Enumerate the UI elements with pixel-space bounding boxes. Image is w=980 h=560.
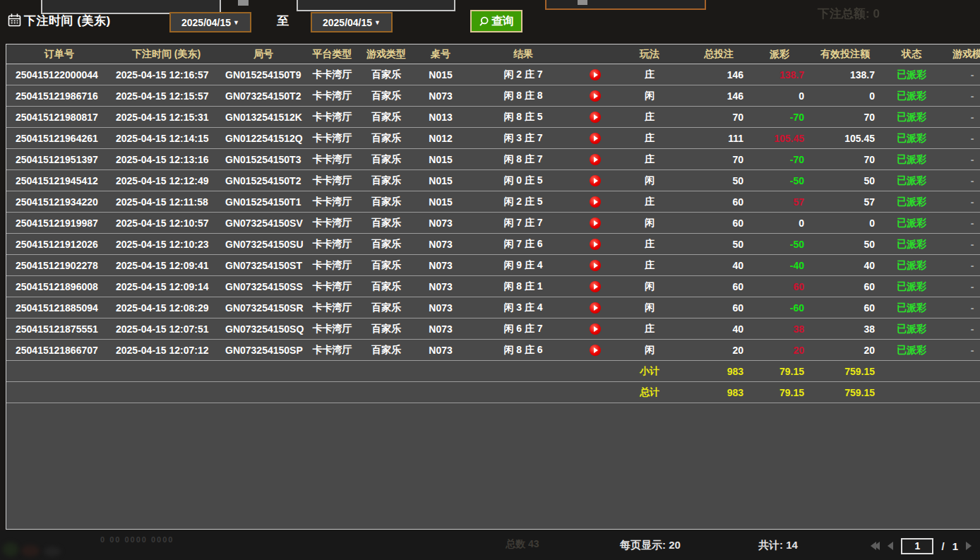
cell-total-bet: 983	[688, 361, 749, 382]
cell-status: 已派彩	[880, 276, 943, 297]
cell-mode: -	[943, 191, 980, 213]
bet-time-label: 下注时间 (美东)	[24, 13, 111, 29]
cell-play: 闲	[611, 340, 688, 361]
cell-platform	[306, 382, 358, 403]
cell-valid-bet: 759.15	[810, 382, 880, 403]
page-separator: /	[941, 540, 944, 552]
cell-round: GN0132541512K	[220, 107, 306, 128]
replay-icon[interactable]	[590, 154, 601, 165]
play-triangle	[594, 284, 598, 290]
replay-icon[interactable]	[590, 218, 601, 229]
cell-total-bet: 111	[688, 128, 749, 149]
prev-page-button[interactable]	[888, 542, 893, 550]
cell-payout: 57	[749, 191, 810, 213]
cell-time: 2025-04-15 12:08:29	[112, 297, 220, 318]
cell-replay	[580, 149, 611, 170]
cropped-checkbox[interactable]	[238, 0, 249, 6]
cell-result: 闲 3 庄 4	[467, 297, 580, 318]
cell-status: 已派彩	[880, 85, 943, 107]
cell-time: 2025-04-15 12:09:41	[112, 255, 220, 276]
cell-total-bet: 40	[688, 255, 749, 276]
cell-valid-bet: 40	[810, 255, 880, 276]
cell-table-no: N073	[414, 213, 467, 234]
cell-platform: 卡卡湾厅	[306, 191, 358, 213]
cell-replay	[580, 318, 611, 340]
cell-platform: 卡卡湾厅	[306, 340, 358, 361]
replay-icon[interactable]	[590, 239, 601, 250]
cell-game: 百家乐	[358, 234, 414, 255]
total-pages-label: 1	[952, 540, 958, 552]
cell-mode: -	[943, 255, 980, 276]
cell-time: 2025-04-15 12:15:31	[112, 107, 220, 128]
date-from-select[interactable]: 2025/04/15 ▼	[169, 12, 251, 32]
cell-time: 2025-04-15 12:09:14	[112, 276, 220, 297]
cell-result: 闲 0 庄 5	[467, 170, 580, 191]
cell-result: 闲 6 庄 7	[467, 318, 580, 340]
cell-platform: 卡卡湾厅	[306, 128, 358, 149]
cell-status: 已派彩	[880, 149, 943, 170]
page-size-label: 每页显示: 20	[620, 539, 681, 552]
replay-icon[interactable]	[590, 69, 601, 81]
cell-mode: -	[943, 85, 980, 107]
cell-game: 百家乐	[358, 85, 414, 107]
cell-table-no: N015	[414, 149, 467, 170]
cropped-dropdown[interactable]	[545, 0, 706, 10]
replay-icon[interactable]	[590, 90, 601, 102]
cell-order: 250415121951397	[6, 149, 112, 170]
replay-icon[interactable]	[590, 281, 601, 292]
cell-play: 闲	[611, 85, 688, 107]
cell-total-bet: 20	[688, 340, 749, 361]
table-empty-area	[6, 403, 980, 529]
replay-icon[interactable]	[590, 175, 601, 186]
next-page-button[interactable]	[966, 542, 972, 550]
cell-status: 已派彩	[880, 107, 943, 128]
replay-icon[interactable]	[590, 260, 601, 271]
replay-icon[interactable]	[590, 323, 601, 335]
cell-valid-bet: 105.45	[810, 128, 880, 149]
table-row: 2504151219342202025-04-15 12:11:58GN0152…	[6, 191, 980, 213]
cell-valid-bet: 70	[810, 107, 880, 128]
date-to-select[interactable]: 2025/04/15 ▼	[311, 12, 393, 32]
replay-icon[interactable]	[590, 345, 601, 356]
cell-order: 250415121866707	[6, 340, 112, 361]
cell-time: 2025-04-15 12:12:49	[112, 170, 220, 191]
calendar-icon	[8, 13, 21, 27]
cell-mode	[943, 361, 980, 382]
search-button[interactable]: 查询	[470, 10, 522, 32]
play-triangle	[594, 178, 598, 184]
cell-valid-bet: 138.7	[810, 64, 880, 85]
cell-game	[358, 382, 414, 403]
cell-time: 2025-04-15 12:14:15	[112, 128, 220, 149]
cell-total-bet: 60	[688, 297, 749, 318]
first-page-button[interactable]	[873, 542, 880, 550]
col-game-mode: 游戏模式	[943, 44, 980, 64]
replay-icon[interactable]	[590, 112, 601, 123]
table-row: 2504151220000442025-04-15 12:16:57GN0152…	[6, 64, 980, 85]
replay-icon[interactable]	[590, 196, 601, 208]
cell-game: 百家乐	[358, 149, 414, 170]
cell-time: 2025-04-15 12:15:57	[112, 85, 220, 107]
cropped-checkbox-2[interactable]	[578, 0, 587, 5]
cell-result: 闲 2 庄 5	[467, 191, 580, 213]
cell-platform: 卡卡湾厅	[306, 276, 358, 297]
cell-valid-bet: 70	[810, 149, 880, 170]
cell-total-bet: 70	[688, 149, 749, 170]
play-triangle	[594, 263, 598, 268]
cell-status: 已派彩	[880, 318, 943, 340]
cell-platform	[306, 361, 358, 382]
cell-status: 已派彩	[880, 170, 943, 191]
cell-time: 2025-04-15 12:13:16	[112, 149, 220, 170]
ghost-artifact	[21, 545, 40, 556]
cell-play: 庄	[611, 255, 688, 276]
cell-total-bet: 60	[688, 213, 749, 234]
cell-replay	[580, 85, 611, 107]
page-number-input[interactable]: 1	[901, 538, 933, 554]
replay-icon[interactable]	[590, 302, 601, 314]
table-row: 2504151218850942025-04-15 12:08:29GN0732…	[6, 297, 980, 318]
replay-icon[interactable]	[590, 133, 601, 144]
cell-table-no: N073	[414, 234, 467, 255]
col-status: 状态	[880, 44, 943, 64]
cell-result: 闲 8 庄 6	[467, 340, 580, 361]
play-triangle	[594, 242, 598, 247]
cell-round	[220, 361, 306, 382]
